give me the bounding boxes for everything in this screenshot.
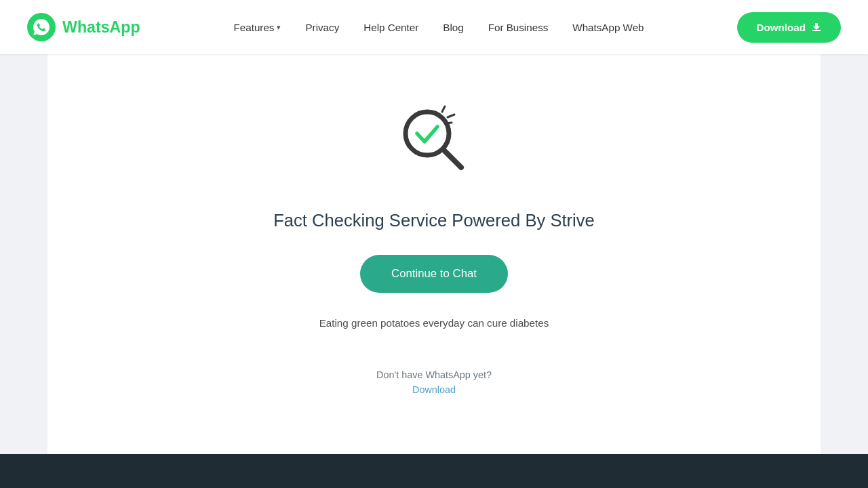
- nav-for-business[interactable]: For Business: [488, 22, 549, 33]
- fact-text: Eating green potatoes everyday can cure …: [319, 317, 549, 329]
- logo[interactable]: WhatsApp: [27, 13, 140, 41]
- download-prompt-text: Don't have WhatsApp yet?: [376, 369, 492, 380]
- download-prompt: Don't have WhatsApp yet? Download: [376, 369, 492, 395]
- nav-blog[interactable]: Blog: [443, 22, 463, 33]
- svg-line-2: [443, 150, 461, 167]
- logo-text: WhatsApp: [62, 18, 140, 37]
- download-link[interactable]: Download: [412, 384, 456, 395]
- svg-line-3: [442, 106, 445, 112]
- footer: [0, 454, 868, 488]
- navbar: WhatsApp Features ▾ Privacy Help Center …: [0, 0, 868, 54]
- navbar-links: Features ▾ Privacy Help Center Blog For …: [234, 22, 644, 33]
- nav-help-center[interactable]: Help Center: [363, 22, 418, 33]
- navbar-download-button[interactable]: Download: [737, 12, 841, 43]
- svg-line-4: [448, 115, 454, 117]
- content-area: Fact Checking Service Powered By Strive …: [47, 54, 821, 454]
- nav-whatsapp-web[interactable]: WhatsApp Web: [572, 22, 644, 33]
- page-title: Fact Checking Service Powered By Strive: [273, 211, 595, 230]
- features-chevron-icon: ▾: [277, 23, 281, 32]
- svg-line-5: [445, 123, 452, 123]
- continue-to-chat-button[interactable]: Continue to Chat: [360, 255, 508, 293]
- download-icon: [811, 22, 822, 33]
- whatsapp-logo-icon: [27, 13, 56, 41]
- nav-privacy[interactable]: Privacy: [305, 22, 339, 33]
- main-wrapper: Fact Checking Service Powered By Strive …: [0, 54, 868, 454]
- nav-features[interactable]: Features ▾: [234, 22, 281, 33]
- fact-check-icon: [393, 100, 475, 181]
- sidebar-left: [0, 54, 47, 454]
- sidebar-right: [821, 54, 868, 454]
- icon-container: [393, 100, 475, 184]
